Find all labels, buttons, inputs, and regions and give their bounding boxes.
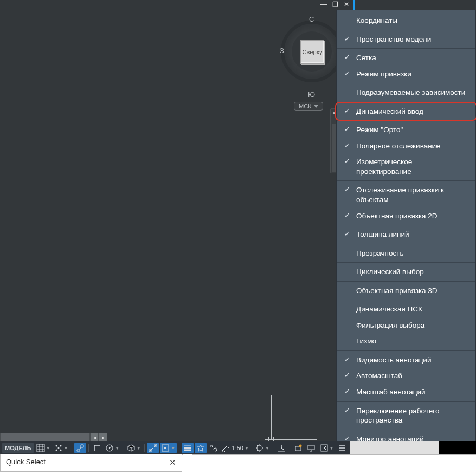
menu-item-0[interactable]: Координаты: [337, 12, 475, 29]
menu-item-1[interactable]: Пространство модели: [337, 31, 475, 48]
grid-display-button[interactable]: ▼: [35, 443, 52, 453]
viewcube-south-label[interactable]: Ю: [308, 90, 315, 99]
clean-screen-button[interactable]: ▼: [318, 443, 335, 453]
menu-item-2[interactable]: Сетка: [337, 50, 475, 66]
model-space-button[interactable]: МОДЕЛЬ: [2, 443, 34, 453]
menu-item-6[interactable]: Режим "Орто": [337, 122, 475, 138]
clean-screen-icon: [320, 444, 329, 452]
menu-item-15[interactable]: Динамическая ПСК: [337, 301, 475, 317]
snap-button[interactable]: ▼: [53, 443, 69, 453]
menu-separator: [337, 83, 475, 83]
statusbar-separator: [273, 444, 273, 452]
menu-item-17[interactable]: Гизмо: [337, 333, 475, 349]
viewcube-top-face[interactable]: Сверху: [300, 40, 324, 64]
hardware-icon: [307, 444, 316, 452]
lineweight-icon: [183, 444, 192, 452]
hardware-button[interactable]: [305, 443, 317, 453]
status-bar: МОДЕЛЬ ▼▼▼▼▼1:50▼▼▼: [0, 441, 350, 454]
workspace-button[interactable]: ▼: [254, 443, 271, 453]
menu-separator: [337, 225, 475, 225]
isodraft-icon: [127, 444, 136, 452]
menu-item-10[interactable]: Объектная привязка 2D: [337, 208, 475, 224]
osnap-2d-button[interactable]: ▼: [160, 443, 177, 453]
menu-item-13[interactable]: Циклический выбор: [337, 264, 475, 280]
svg-rect-11: [164, 447, 166, 449]
isolate-button[interactable]: [292, 443, 304, 453]
statusbar-gap-dark: [439, 441, 476, 454]
menu-item-11[interactable]: Толщина линий: [337, 226, 475, 243]
polar-button[interactable]: ▼: [104, 443, 121, 453]
chevron-down-icon: ▼: [115, 446, 119, 451]
statusbar-scale-label: 1:50: [232, 445, 243, 451]
menu-item-4[interactable]: Подразумеваемые зависимости: [337, 85, 475, 101]
svg-point-4: [60, 450, 61, 451]
menu-item-18[interactable]: Видимость аннотаций: [337, 352, 475, 368]
menu-item-19[interactable]: Автомасштаб: [337, 368, 475, 384]
viewcube-west-label[interactable]: З: [280, 47, 284, 55]
svg-rect-17: [308, 445, 314, 450]
close-icon[interactable]: ✕: [169, 458, 176, 467]
menu-item-21[interactable]: Переключение рабочего пространства: [337, 403, 475, 428]
menu-item-3[interactable]: Режим привязки: [337, 66, 475, 82]
layout-scrollbar[interactable]: ◂ ▸: [0, 433, 107, 441]
statusbar-separator: [179, 444, 179, 452]
svg-point-7: [109, 447, 110, 449]
window-close-button[interactable]: ✕: [344, 1, 349, 8]
anno-vis-button[interactable]: [195, 443, 207, 453]
svg-point-1: [55, 445, 57, 447]
workspace-icon: [255, 444, 264, 452]
statusbar-separator: [72, 444, 72, 452]
anno-vis-icon: [196, 444, 205, 452]
menu-item-16[interactable]: Фильтрация выбора: [337, 317, 475, 334]
ortho-icon: [93, 444, 101, 452]
svg-point-5: [57, 447, 59, 449]
snap-icon: [54, 444, 63, 452]
grid-display-icon: [36, 444, 45, 452]
layout-scroll-right-button[interactable]: ▸: [99, 433, 107, 441]
infer-icon: [76, 444, 85, 452]
isodraft-button[interactable]: ▼: [125, 443, 142, 453]
statusbar-gap: [350, 441, 439, 454]
menu-item-8[interactable]: Изометрическое проектирование: [337, 154, 475, 179]
menu-separator: [337, 30, 475, 30]
menu-item-20[interactable]: Масштаб аннотаций: [337, 384, 475, 400]
polar-icon: [105, 444, 114, 452]
layout-scroll-track[interactable]: [0, 433, 90, 441]
statusbar-separator: [123, 444, 123, 452]
menu-separator: [337, 350, 475, 351]
svg-point-3: [55, 450, 57, 451]
infer-button[interactable]: [74, 443, 86, 453]
quick-select-panel: Quick Select ✕: [0, 454, 476, 474]
menu-item-7[interactable]: Полярное отслеживание: [337, 138, 475, 154]
statusbar-customize-menu[interactable]: КоординатыПространство моделиСеткаРежим …: [336, 10, 476, 474]
svg-point-2: [60, 445, 61, 447]
anno-scale-icon: [221, 444, 230, 452]
viewcube-north-label[interactable]: С: [309, 15, 314, 23]
autoscale-button[interactable]: [208, 443, 220, 453]
menu-item-12[interactable]: Прозрачность: [337, 245, 475, 262]
quick-select-tab[interactable]: Quick Select ✕: [0, 454, 182, 472]
customize-button[interactable]: [336, 443, 348, 453]
ortho-button[interactable]: [91, 443, 103, 453]
window-minimize-button[interactable]: —: [320, 1, 327, 8]
statusbar-separator: [290, 444, 290, 452]
scrollbar-thumb[interactable]: [332, 124, 336, 172]
anno-scale-button[interactable]: 1:50▼: [221, 443, 249, 453]
menu-separator: [337, 102, 475, 102]
ucs-label: МСК: [299, 103, 312, 109]
window-restore-button[interactable]: ❐: [332, 1, 338, 8]
layout-scroll-left-button[interactable]: ◂: [90, 433, 99, 441]
osnap-track-button[interactable]: [147, 443, 159, 453]
svg-point-14: [281, 447, 282, 449]
anno-monitor-icon: [277, 444, 286, 452]
anno-monitor-button[interactable]: [275, 443, 287, 453]
ucs-badge[interactable]: МСК: [294, 102, 323, 111]
accent-divider: [353, 0, 355, 10]
menu-item-9[interactable]: Отслеживание привязки к объектам: [337, 182, 475, 207]
menu-separator: [337, 180, 475, 181]
chevron-down-icon: ▼: [245, 446, 249, 451]
lineweight-button[interactable]: [182, 443, 194, 453]
svg-point-12: [214, 448, 217, 451]
menu-item-5[interactable]: Динамический ввод: [337, 103, 475, 120]
menu-item-14[interactable]: Объектная привязка 3D: [337, 283, 475, 299]
